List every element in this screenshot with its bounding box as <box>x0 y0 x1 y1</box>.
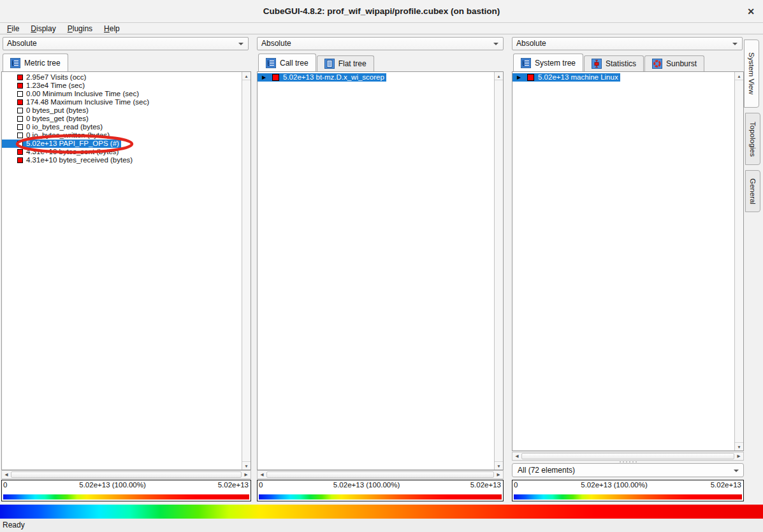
system-filter-combo[interactable]: All (72 elements) <box>512 463 744 477</box>
expander-icon[interactable]: ▶ <box>517 73 523 82</box>
chevron-down-icon <box>732 43 738 45</box>
metric-item-label: 1.23e4 Time (sec) <box>26 82 85 90</box>
menu-help[interactable]: Help <box>98 24 126 33</box>
metric-item-min-incl-time[interactable]: 0.00 Minimum Inclusive Time (sec) <box>2 90 141 98</box>
system-vertical-scrollbar[interactable]: ▲ ▼ <box>734 72 743 450</box>
tab-call-tree[interactable]: Call tree <box>258 54 316 71</box>
tab-system-tree[interactable]: System tree <box>513 54 583 71</box>
metric-color-box <box>17 157 23 163</box>
tab-flat-tree-label: Flat tree <box>338 59 367 68</box>
tab-metric-tree[interactable]: Metric tree <box>3 54 68 71</box>
call-horizontal-scrollbar[interactable]: ◀ ▶ <box>257 470 504 479</box>
metric-tab-bar: Metric tree <box>3 54 69 71</box>
metric-color-box <box>17 133 23 138</box>
call-item-label: 5.02e+13 bt-mz.D.x_wi_scorep <box>283 73 384 82</box>
system-value-mode-combo[interactable]: Absolute <box>512 37 743 50</box>
value-min: 0 <box>3 481 7 489</box>
tree-icon <box>266 58 276 68</box>
tab-topologies-label: Topologies <box>749 122 757 157</box>
metric-item-label: 0 io_bytes_written (bytes) <box>26 131 110 140</box>
tab-metric-tree-label: Metric tree <box>24 59 61 68</box>
scroll-down-icon[interactable]: ▼ <box>495 461 503 470</box>
metric-color-box <box>17 116 23 122</box>
chevron-down-icon <box>238 43 243 45</box>
tab-statistics[interactable]: Statistics <box>584 55 644 71</box>
metric-item-bytes-put[interactable]: 0 bytes_put (bytes) <box>2 106 91 115</box>
close-icon[interactable]: ✕ <box>747 0 755 23</box>
color-scale-strip <box>3 494 249 500</box>
call-value-mode-combo[interactable]: Absolute <box>257 37 504 50</box>
metric-item-visits[interactable]: 2.95e7 Visits (occ) <box>2 73 88 82</box>
metric-item-label: 0.00 Minimum Inclusive Time (sec) <box>26 90 139 98</box>
metric-horizontal-scrollbar[interactable]: ◀ ▶ <box>1 470 251 479</box>
scroll-left-icon[interactable]: ◀ <box>513 452 521 460</box>
metric-item-time[interactable]: 1.23e4 Time (sec) <box>2 82 87 90</box>
system-item-machine[interactable]: ▶ 5.02e+13 machine Linux <box>512 73 620 82</box>
scroll-right-icon[interactable]: ▶ <box>735 452 743 460</box>
metric-tree-rows: 2.95e7 Visits (occ) 1.23e4 Time (sec) 0.… <box>2 73 241 164</box>
chevron-down-icon <box>493 43 498 45</box>
tab-topologies[interactable]: Topologies <box>745 113 760 165</box>
tab-general-label: General <box>749 178 757 205</box>
call-tree-panel: ▶ 5.02e+13 bt-mz.D.x_wi_scorep ▲ ▼ <box>257 71 504 470</box>
scrollbar-thumb[interactable] <box>11 471 242 478</box>
call-item-root[interactable]: ▶ 5.02e+13 bt-mz.D.x_wi_scorep <box>258 73 386 82</box>
scroll-right-icon[interactable]: ▶ <box>242 471 250 478</box>
metric-item-bytes-received[interactable]: 4.31e+10 bytes_received (bytes) <box>2 156 134 164</box>
metric-item-papi-fp-ops[interactable]: 5.02e+13 PAPI_FP_OPS (#) <box>2 140 121 148</box>
color-map-legend <box>0 505 763 519</box>
system-color-box <box>527 74 534 81</box>
scroll-up-icon[interactable]: ▲ <box>495 72 503 80</box>
tab-statistics-label: Statistics <box>606 59 636 68</box>
metric-value-mode-combo[interactable]: Absolute <box>3 37 249 50</box>
metric-value-mode-label: Absolute <box>7 39 37 48</box>
metric-vertical-scrollbar[interactable]: ▲ ▼ <box>242 72 251 470</box>
metric-item-io-bytes-written[interactable]: 0 io_bytes_written (bytes) <box>2 131 112 140</box>
flat-list-icon <box>324 59 335 69</box>
call-tab-bar: Call tree Flat tree <box>258 54 375 71</box>
scroll-up-icon[interactable]: ▲ <box>242 72 251 80</box>
metric-item-bytes-get[interactable]: 0 bytes_get (bytes) <box>2 115 91 123</box>
system-horizontal-scrollbar[interactable]: ◀ ▶ <box>512 452 744 461</box>
scrollbar-thumb[interactable] <box>266 471 494 478</box>
metric-item-label: 5.02e+13 PAPI_FP_OPS (#) <box>26 140 119 148</box>
window-title: CubeGUI-4.8.2: prof_wif_wipapi/profile.c… <box>0 0 763 23</box>
metric-color-box <box>17 83 23 89</box>
scroll-down-icon[interactable]: ▼ <box>735 442 743 450</box>
expander-icon[interactable]: ▶ <box>262 73 268 82</box>
metric-item-bytes-sent[interactable]: 4.31e+10 bytes_sent (bytes) <box>2 148 120 156</box>
system-tree-rows: ▶ 5.02e+13 machine Linux <box>512 73 734 82</box>
tab-sunburst[interactable]: Sunburst <box>644 55 704 71</box>
system-tab-bar: System tree Statistics Sunburst <box>513 54 705 71</box>
call-vertical-scrollbar[interactable]: ▲ ▼ <box>494 72 503 470</box>
metric-item-label: 4.31e+10 bytes_sent (bytes) <box>26 148 119 156</box>
call-value-bar: 0 5.02e+13 (100.00%) 5.02e+13 <box>257 480 504 501</box>
tab-flat-tree[interactable]: Flat tree <box>317 55 374 71</box>
scroll-up-icon[interactable]: ▲ <box>735 72 743 80</box>
metric-tree-panel: 2.95e7 Visits (occ) 1.23e4 Time (sec) 0.… <box>1 71 251 470</box>
scroll-down-icon[interactable]: ▼ <box>242 461 251 470</box>
metric-item-label: 4.31e+10 bytes_received (bytes) <box>26 156 133 164</box>
menu-plugins[interactable]: Plugins <box>62 24 98 33</box>
tab-sunburst-label: Sunburst <box>666 59 697 68</box>
value-max: 5.02e+13 <box>711 481 741 489</box>
metric-color-box <box>17 124 23 130</box>
system-tree-panel: ▶ 5.02e+13 machine Linux ▲ ▼ <box>512 71 744 451</box>
call-tree-rows: ▶ 5.02e+13 bt-mz.D.x_wi_scorep <box>258 73 493 82</box>
metric-item-max-incl-time[interactable]: 174.48 Maximum Inclusive Time (sec) <box>2 98 151 106</box>
tab-general[interactable]: General <box>745 170 760 212</box>
scroll-right-icon[interactable]: ▶ <box>495 471 502 478</box>
scroll-left-icon[interactable]: ◀ <box>258 471 266 478</box>
menu-display[interactable]: Display <box>25 24 61 33</box>
system-value-mode-label: Absolute <box>516 39 546 48</box>
metric-item-label: 0 bytes_put (bytes) <box>26 106 89 115</box>
menu-file[interactable]: File <box>1 24 25 33</box>
dock-tab-strip: System View Topologies General <box>744 34 763 506</box>
tab-system-view[interactable]: System View <box>744 40 759 108</box>
scroll-left-icon[interactable]: ◀ <box>3 471 10 478</box>
status-text: Ready <box>3 521 25 529</box>
scrollbar-thumb[interactable] <box>521 453 734 459</box>
metric-item-io-bytes-read[interactable]: 0 io_bytes_read (bytes) <box>2 123 105 131</box>
metric-color-box <box>17 149 23 155</box>
value-min: 0 <box>259 481 263 489</box>
